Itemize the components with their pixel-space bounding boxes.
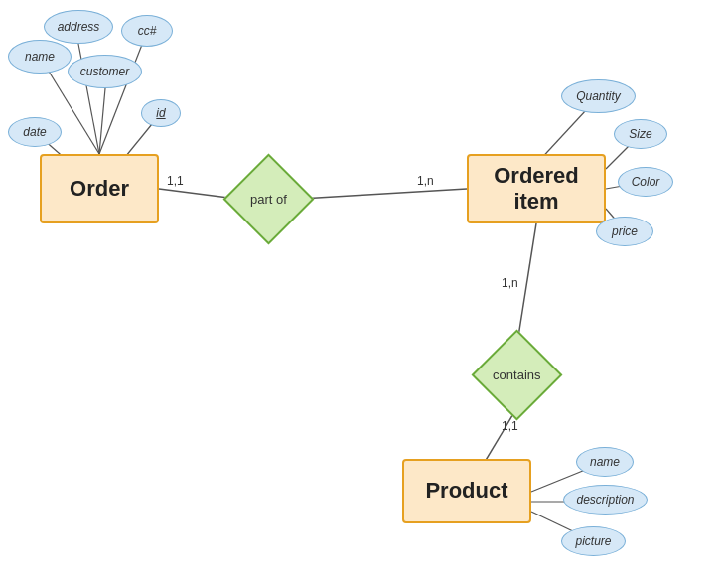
attribute-customer: customer xyxy=(68,55,142,88)
cardinality-1-1-order: 1,1 xyxy=(167,174,184,188)
cardinality-1-n-contains: 1,n xyxy=(502,276,518,290)
attribute-picture: picture xyxy=(561,526,626,556)
cardinality-1-1-product: 1,1 xyxy=(502,419,518,433)
attribute-price: price xyxy=(596,217,653,246)
relationship-part-of: part of xyxy=(223,154,315,245)
attribute-prod-name: name xyxy=(576,447,634,477)
svg-line-7 xyxy=(99,88,105,154)
svg-line-2 xyxy=(517,223,536,343)
relationship-contains: contains xyxy=(472,330,563,421)
attribute-description: description xyxy=(563,485,648,514)
attribute-color: Color xyxy=(618,167,673,197)
attribute-id: id xyxy=(141,99,181,127)
attribute-name: name xyxy=(8,40,72,74)
attribute-address: address xyxy=(44,10,113,44)
attribute-date: date xyxy=(8,117,62,147)
attribute-cc: cc# xyxy=(121,15,173,47)
svg-line-6 xyxy=(99,32,147,154)
svg-line-1 xyxy=(301,189,467,199)
attribute-quantity: Quantity xyxy=(561,79,636,113)
cardinality-1-n-ordered: 1,n xyxy=(417,174,434,188)
er-diagram: Order Ordered item Product part of conta… xyxy=(0,0,723,588)
attribute-size: Size xyxy=(614,119,667,149)
entity-ordered-item: Ordered item xyxy=(467,154,606,223)
entity-product: Product xyxy=(402,459,531,523)
entity-order: Order xyxy=(40,154,159,223)
